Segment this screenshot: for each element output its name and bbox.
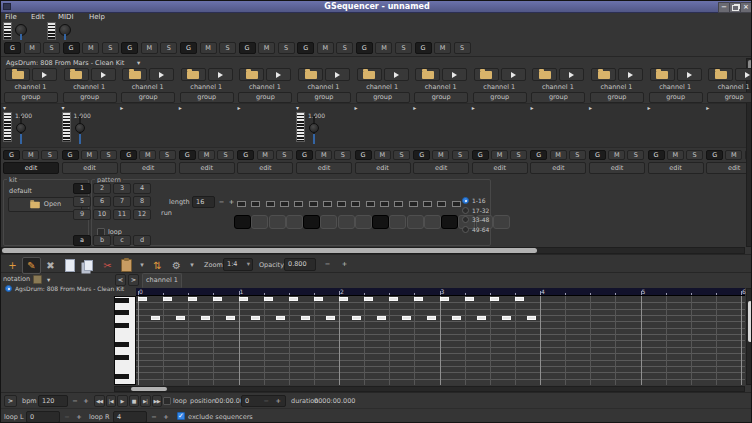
- bank-10-button[interactable]: 10: [93, 209, 111, 220]
- piano-keys[interactable]: [114, 296, 136, 385]
- pattern-pad-13[interactable]: [441, 215, 458, 229]
- play-channel-button[interactable]: [325, 68, 350, 81]
- group-button[interactable]: group: [531, 92, 585, 103]
- machine-hscrollbar-handle[interactable]: [2, 248, 537, 253]
- open-audio-file-button[interactable]: [122, 68, 147, 81]
- pattern-pad-8[interactable]: [355, 215, 372, 229]
- exclude-sequencers-checkbox[interactable]: ✓: [177, 412, 185, 420]
- output-m-button[interactable]: M: [375, 42, 392, 54]
- pattern-pad-7[interactable]: [338, 215, 355, 229]
- forward-button[interactable]: ▶▶: [152, 395, 163, 407]
- paste-menu-arrow-icon[interactable]: ▾: [136, 257, 148, 274]
- expander-closed-icon[interactable]: ▸: [355, 104, 358, 112]
- channel-m-button[interactable]: M: [608, 150, 625, 160]
- editor-hscrollbar-handle[interactable]: [131, 387, 167, 391]
- opacity-plus-button[interactable]: +: [338, 258, 351, 271]
- output-s-button[interactable]: S: [160, 42, 177, 54]
- editor-vscrollbar-handle[interactable]: [748, 301, 752, 342]
- edit-button[interactable]: edit: [3, 162, 59, 174]
- output-s-button[interactable]: S: [43, 42, 60, 54]
- output-g-button[interactable]: G: [415, 42, 432, 54]
- note[interactable]: [276, 316, 285, 320]
- expander-closed-icon[interactable]: ▸: [179, 104, 182, 112]
- note[interactable]: [301, 316, 310, 320]
- pattern-pad-6[interactable]: [320, 215, 337, 229]
- loop-right-plus-button[interactable]: +: [161, 411, 171, 423]
- bank-8-button[interactable]: 8: [133, 196, 151, 207]
- note[interactable]: [465, 297, 474, 301]
- output-m-button[interactable]: M: [24, 42, 41, 54]
- expander-closed-icon[interactable]: ▸: [237, 104, 240, 112]
- channel-m-button[interactable]: M: [667, 150, 684, 160]
- edit-pencil-icon[interactable]: ✎: [22, 257, 41, 274]
- invert-icon[interactable]: ⇅: [148, 257, 167, 274]
- output-s-button[interactable]: S: [278, 42, 295, 54]
- note[interactable]: [326, 316, 335, 320]
- menu-edit[interactable]: Edit: [31, 13, 45, 21]
- channel-m-button[interactable]: M: [550, 150, 567, 160]
- playback-expander-button[interactable]: >: [4, 395, 17, 407]
- channel-g-button[interactable]: G: [355, 150, 372, 160]
- group-button[interactable]: group: [4, 92, 58, 103]
- next-button[interactable]: ▶|: [140, 395, 151, 407]
- note[interactable]: [213, 297, 222, 301]
- group-button[interactable]: group: [707, 92, 752, 103]
- note[interactable]: [163, 297, 172, 301]
- tab-next-button[interactable]: >: [128, 274, 139, 286]
- edit-button[interactable]: edit: [648, 162, 704, 174]
- copy-icon[interactable]: [79, 257, 98, 274]
- note[interactable]: [427, 316, 436, 320]
- group-button[interactable]: group: [121, 92, 175, 103]
- open-audio-file-button[interactable]: [650, 68, 675, 81]
- output-s-button[interactable]: S: [454, 42, 471, 54]
- bank-12-button[interactable]: 12: [133, 209, 151, 220]
- play-channel-button[interactable]: [735, 68, 752, 81]
- channel-s-button[interactable]: S: [686, 150, 703, 160]
- loop-left-entry[interactable]: 0: [26, 411, 60, 423]
- note[interactable]: [452, 316, 461, 320]
- pattern-pad-5[interactable]: [303, 215, 320, 229]
- play-channel-button[interactable]: [91, 68, 116, 81]
- loop-right-minus-button[interactable]: −: [149, 411, 159, 423]
- note[interactable]: [314, 297, 323, 301]
- paste-icon[interactable]: [117, 257, 136, 274]
- channel-g-button[interactable]: G: [237, 150, 254, 160]
- output-g-button[interactable]: G: [356, 42, 373, 54]
- output-g-button[interactable]: G: [63, 42, 80, 54]
- opacity-entry[interactable]: 0.800: [284, 258, 316, 271]
- edit-button[interactable]: edit: [413, 162, 469, 174]
- tab-channel-1[interactable]: channel 1: [142, 273, 182, 288]
- group-button[interactable]: group: [297, 92, 351, 103]
- output-m-button[interactable]: M: [258, 42, 275, 54]
- play-channel-button[interactable]: [266, 68, 291, 81]
- output-g-button[interactable]: G: [121, 42, 138, 54]
- channel-s-button[interactable]: S: [393, 150, 410, 160]
- bank-9-button[interactable]: 9: [73, 209, 91, 220]
- pattern-pad-12[interactable]: [424, 215, 441, 229]
- channel-g-button[interactable]: G: [472, 150, 489, 160]
- channel-g-button[interactable]: G: [589, 150, 606, 160]
- note-grid[interactable]: [136, 296, 745, 385]
- note[interactable]: [402, 316, 411, 320]
- bank-6-button[interactable]: 6: [93, 196, 111, 207]
- channel-m-button[interactable]: M: [725, 150, 742, 160]
- expander-closed-icon[interactable]: ▸: [413, 104, 416, 112]
- output-m-button[interactable]: M: [434, 42, 451, 54]
- position-minus-button[interactable]: −: [264, 398, 269, 405]
- loop-left-plus-button[interactable]: +: [74, 411, 84, 423]
- channel-g-button[interactable]: G: [179, 150, 196, 160]
- play-channel-button[interactable]: [501, 68, 526, 81]
- output-g-button[interactable]: G: [4, 42, 21, 54]
- machine-selector-icon[interactable]: [33, 275, 42, 284]
- output-s-button[interactable]: S: [219, 42, 236, 54]
- edit-button[interactable]: edit: [237, 162, 293, 174]
- play-channel-button[interactable]: [677, 68, 702, 81]
- offset-radio-49-64[interactable]: [462, 226, 469, 233]
- play-channel-button[interactable]: [32, 68, 57, 81]
- menu-midi[interactable]: MIDI: [58, 13, 74, 21]
- note[interactable]: [264, 297, 273, 301]
- black-key[interactable]: [115, 355, 129, 360]
- bank-a-button[interactable]: a: [73, 235, 91, 246]
- black-key[interactable]: [115, 323, 129, 328]
- channel-s-button[interactable]: S: [452, 150, 469, 160]
